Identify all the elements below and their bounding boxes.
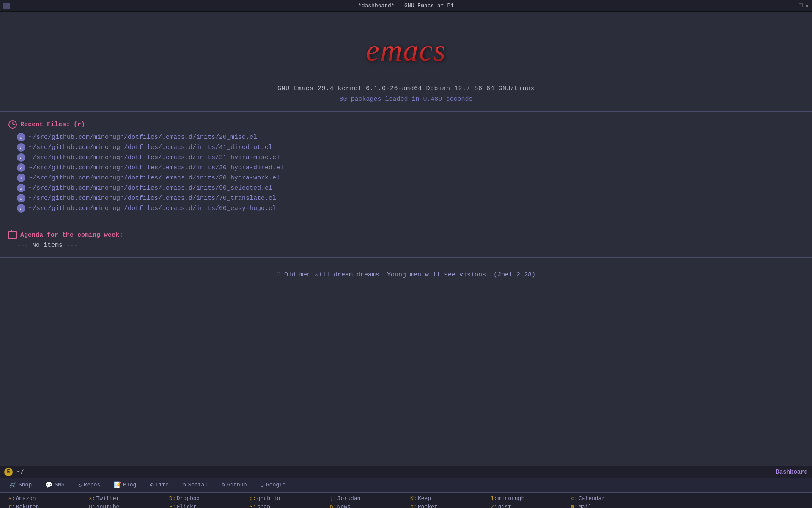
tab-life[interactable]: ⊙Life: [144, 480, 175, 490]
shortcut-label: minorugh: [498, 495, 525, 501]
shortcut-label: Flickr: [177, 503, 197, 508]
main-content: emacs GNU Emacs 29.4 kernel 6.1.0-26-amd…: [0, 12, 812, 466]
tab-icon-social: ⊕: [182, 481, 186, 489]
shortcut-key: K:: [410, 495, 417, 501]
recent-files-label: Recent Files: (r): [20, 121, 85, 128]
file-path: ~/src/github.com/minorugh/dotfiles/.emac…: [29, 205, 276, 212]
emacs-file-icon: ε: [17, 184, 25, 192]
divider-3: [0, 257, 812, 258]
emacs-file-icon: ε: [17, 204, 25, 213]
shortcut-row: r: Rakutenu: YoutubeF: FlickrS: snapn: N…: [8, 502, 804, 508]
tab-label-repos: Repos: [84, 482, 100, 488]
app-icon: [3, 3, 10, 9]
file-path: ~/src/github.com/minorugh/dotfiles/.emac…: [29, 164, 284, 171]
shortcut-label: Pocket: [418, 503, 438, 508]
shortcut-item[interactable]: c: Calendar: [571, 495, 651, 501]
shortcut-item[interactable]: n: News: [330, 503, 410, 508]
shortcut-label: ghub.io: [257, 495, 280, 501]
agenda-label: Agenda for the coming week:: [20, 232, 123, 239]
shortcut-item[interactable]: K: Keep: [410, 495, 491, 501]
emacs-file-icon: ε: [17, 163, 25, 172]
mode-line-badge: E: [4, 468, 13, 476]
file-item[interactable]: ε~/src/github.com/minorugh/dotfiles/.ema…: [8, 163, 804, 173]
shortcut-item[interactable]: m: Mail: [571, 503, 651, 508]
tab-label-google: Google: [266, 482, 286, 488]
tab-repos[interactable]: ↻Repos: [72, 480, 106, 490]
shortcut-key: c:: [571, 495, 578, 501]
shortcut-item[interactable]: j: Jorudan: [330, 495, 410, 501]
tab-icon-repos: ↻: [78, 481, 82, 489]
shortcut-item[interactable]: F: Flickr: [169, 503, 250, 508]
tab-google[interactable]: GGoogle: [254, 480, 291, 490]
recent-files-header: Recent Files: (r): [8, 120, 804, 129]
shortcut-label: News: [337, 503, 351, 508]
shortcut-row: a: Amazonx: TwitterD: Dropboxg: ghub.ioj…: [8, 494, 804, 502]
tab-bar: 🛒Shop💬SNS↻Repos📝Blog⊙Life⊕Social⊙GithubG…: [0, 478, 812, 493]
shortcut-label: Keep: [418, 495, 431, 501]
tab-icon-life: ⊙: [150, 481, 153, 489]
calendar-icon: [8, 231, 17, 239]
shortcut-key: 2:: [491, 503, 497, 508]
tab-icon-google: G: [260, 482, 263, 489]
tab-blog[interactable]: 📝Blog: [108, 480, 142, 490]
tab-shop[interactable]: 🛒Shop: [3, 480, 38, 490]
shortcut-item[interactable]: r: Rakuten: [8, 503, 89, 508]
recent-files-section: Recent Files: (r) ε~/src/github.com/mino…: [0, 120, 812, 213]
file-path: ~/src/github.com/minorugh/dotfiles/.emac…: [29, 174, 280, 182]
shortcut-key: S:: [250, 503, 256, 508]
emacs-logo: emacs: [0, 33, 812, 68]
heart-icon: ♡: [277, 271, 284, 279]
shortcut-item[interactable]: g: ghub.io: [250, 495, 330, 501]
shortcut-item[interactable]: x: Twitter: [89, 495, 169, 501]
shortcut-label: Youtube: [96, 503, 120, 508]
packages-info: 80 packages loaded in 0.489 seconds: [0, 96, 812, 103]
file-item[interactable]: ε~/src/github.com/minorugh/dotfiles/.ema…: [8, 142, 804, 152]
recent-files-list: ε~/src/github.com/minorugh/dotfiles/.ema…: [8, 132, 804, 213]
emacs-file-icon: ε: [17, 153, 25, 162]
shortcut-label: Amazon: [16, 495, 36, 501]
mode-line: E ~/ Dashboard: [0, 466, 812, 478]
file-item[interactable]: ε~/src/github.com/minorugh/dotfiles/.ema…: [8, 132, 804, 142]
tab-label-github: Github: [227, 482, 247, 488]
title-bar: *dashboard* - GNU Emacs at P1 — □ ✕: [0, 0, 812, 12]
shortcut-label: Jorudan: [337, 495, 361, 501]
minimize-button[interactable]: —: [793, 2, 796, 9]
tab-icon-github: ⊙: [221, 481, 225, 489]
mode-line-dashboard: Dashboard: [776, 469, 808, 475]
shortcut-label: Rakuten: [16, 503, 39, 508]
tab-github[interactable]: ⊙Github: [215, 480, 252, 490]
shortcut-item[interactable]: D: Dropbox: [169, 495, 250, 501]
tab-icon-shop: 🛒: [9, 481, 16, 489]
tab-social[interactable]: ⊕Social: [176, 480, 214, 490]
shortcut-label: Calendar: [579, 495, 605, 501]
shortcut-item[interactable]: S: snap: [250, 503, 330, 508]
tab-icon-blog: 📝: [114, 481, 121, 489]
shortcut-item[interactable]: 2: gist: [491, 503, 571, 508]
close-button[interactable]: ✕: [805, 2, 809, 9]
file-item[interactable]: ε~/src/github.com/minorugh/dotfiles/.ema…: [8, 173, 804, 183]
tab-sns[interactable]: 💬SNS: [39, 480, 70, 490]
shortcut-item[interactable]: a: Amazon: [8, 495, 89, 501]
emacs-file-icon: ε: [17, 133, 25, 141]
file-item[interactable]: ε~/src/github.com/minorugh/dotfiles/.ema…: [8, 183, 804, 193]
shortcut-key: g:: [250, 495, 256, 501]
shortcut-label: gist: [498, 503, 511, 508]
shortcut-key: r:: [8, 503, 15, 508]
clock-icon: [8, 120, 17, 129]
shortcut-item[interactable]: u: Youtube: [89, 503, 169, 508]
shortcut-item[interactable]: 1: minorugh: [491, 495, 571, 501]
window-controls[interactable]: — □ ✕: [793, 2, 809, 9]
shortcut-label: Dropbox: [177, 495, 200, 501]
shortcut-key: D:: [169, 495, 176, 501]
file-item[interactable]: ε~/src/github.com/minorugh/dotfiles/.ema…: [8, 203, 804, 213]
tab-label-blog: Blog: [123, 482, 136, 488]
shortcut-key: p:: [410, 503, 417, 508]
shortcut-item[interactable]: p: Pocket: [410, 503, 491, 508]
tab-label-shop: Shop: [19, 482, 32, 488]
file-path: ~/src/github.com/minorugh/dotfiles/.emac…: [29, 195, 276, 202]
file-item[interactable]: ε~/src/github.com/minorugh/dotfiles/.ema…: [8, 152, 804, 163]
file-path: ~/src/github.com/minorugh/dotfiles/.emac…: [29, 185, 272, 192]
quote-text: Old men will dream dreams. Young men wil…: [284, 271, 535, 279]
file-item[interactable]: ε~/src/github.com/minorugh/dotfiles/.ema…: [8, 193, 804, 203]
maximize-button[interactable]: □: [799, 2, 802, 9]
